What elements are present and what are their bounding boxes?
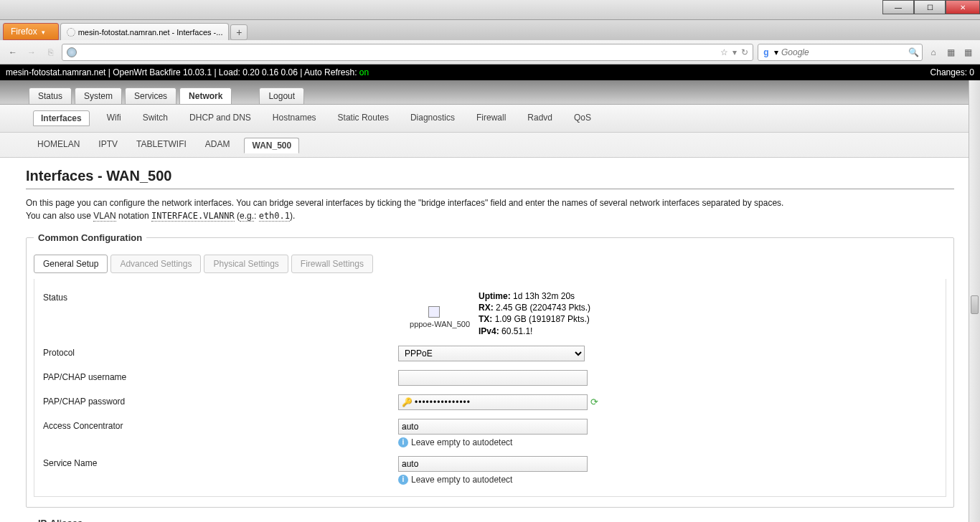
tab-general[interactable]: General Setup bbox=[34, 255, 108, 273]
hostname: mesin-fotostat.namran.net bbox=[6, 67, 105, 77]
new-tab-button[interactable]: + bbox=[230, 24, 248, 40]
site-identity-icon[interactable] bbox=[67, 47, 77, 57]
menu-services[interactable]: Services bbox=[125, 87, 176, 104]
submenu-radvd[interactable]: Radvd bbox=[523, 110, 557, 126]
browser-tab[interactable]: mesin-fotostat.namran.net - Interfaces -… bbox=[60, 23, 230, 40]
pap-pass-input[interactable]: ••••••••••••••• bbox=[415, 397, 471, 407]
submenu-diagnostics[interactable]: Diagnostics bbox=[406, 110, 459, 126]
url-bar[interactable]: ☆ ▾ ↻ bbox=[62, 44, 753, 61]
nav-back-button[interactable]: ← bbox=[6, 45, 20, 60]
info-icon: i bbox=[398, 475, 408, 485]
autorefresh-state[interactable]: on bbox=[359, 67, 369, 77]
tab-advanced[interactable]: Advanced Settings bbox=[110, 255, 201, 273]
pap-user-input[interactable] bbox=[398, 370, 588, 386]
protocol-select[interactable]: PPPoE bbox=[398, 346, 585, 361]
bookmark-star-icon[interactable]: ☆ bbox=[720, 47, 728, 57]
google-icon[interactable]: g bbox=[761, 47, 771, 57]
reload-icon[interactable]: ↻ bbox=[741, 47, 748, 57]
url-dropdown-icon[interactable]: ▾ bbox=[732, 47, 737, 57]
page-title: Interfaces - WAN_500 bbox=[26, 168, 954, 184]
submenu-firewall[interactable]: Firewall bbox=[472, 110, 510, 126]
nav-tabgroups-button[interactable]: ⎘ bbox=[43, 45, 57, 60]
home-button[interactable]: ⌂ bbox=[927, 46, 940, 59]
ac-hint: Leave empty to autodetect bbox=[411, 437, 512, 447]
load-values: 0.20 0.16 0.06 bbox=[242, 67, 298, 77]
pap-pass-label: PAP/CHAP password bbox=[43, 394, 398, 407]
sn-hint: Leave empty to autodetect bbox=[411, 475, 512, 485]
submenu-interfaces[interactable]: Interfaces bbox=[33, 110, 90, 126]
common-config-fieldset: Common Configuration General Setup Advan… bbox=[26, 232, 954, 508]
load-label: Load: bbox=[219, 67, 240, 77]
ethernet-icon bbox=[428, 306, 440, 318]
iface-tabletwifi[interactable]: TABLETWIFI bbox=[132, 137, 191, 153]
submenu-qos[interactable]: QoS bbox=[570, 110, 595, 126]
sn-label: Service Name bbox=[43, 456, 398, 468]
search-bar[interactable]: g▾ 🔍 bbox=[758, 44, 923, 61]
feed-button[interactable]: ▦ bbox=[944, 46, 957, 59]
search-go-icon[interactable]: 🔍 bbox=[908, 47, 919, 57]
common-config-legend: Common Configuration bbox=[34, 232, 146, 243]
iface-homelan[interactable]: HOMELAN bbox=[33, 137, 84, 153]
submenu-wifi[interactable]: Wifi bbox=[103, 110, 126, 126]
url-input[interactable] bbox=[81, 47, 716, 57]
addon-button[interactable]: ▦ bbox=[961, 46, 974, 59]
ac-label: Access Concentrator bbox=[43, 419, 398, 431]
submenu-dhcp[interactable]: DHCP and DNS bbox=[185, 110, 255, 126]
menu-status[interactable]: Status bbox=[29, 87, 72, 104]
iface-iptv[interactable]: IPTV bbox=[94, 137, 122, 153]
window-maximize-button[interactable]: ☐ bbox=[914, 0, 946, 14]
key-icon: 🔑 bbox=[402, 397, 413, 407]
browser-nav-bar: ← → ⎘ ☆ ▾ ↻ g▾ 🔍 ⌂ ▦ ▦ bbox=[0, 40, 980, 65]
browser-tab-strip: Firefox mesin-fotostat.namran.net - Inte… bbox=[0, 20, 980, 40]
page-description: On this page you can configure the netwo… bbox=[26, 196, 954, 222]
unsaved-changes[interactable]: Changes: 0 bbox=[930, 67, 974, 77]
ip-aliases-legend: IP-Aliases bbox=[34, 518, 87, 522]
submenu-hostnames[interactable]: Hostnames bbox=[268, 110, 321, 126]
window-close-button[interactable]: ✕ bbox=[946, 0, 980, 14]
ac-input[interactable] bbox=[398, 419, 588, 435]
config-tabs: General Setup Advanced Settings Physical… bbox=[34, 255, 946, 273]
protocol-label: Protocol bbox=[43, 346, 398, 358]
window-minimize-button[interactable]: — bbox=[882, 0, 914, 14]
loading-icon bbox=[67, 28, 75, 37]
sn-input[interactable] bbox=[398, 456, 588, 472]
firmware-version: OpenWrt Backfire 10.03.1 bbox=[113, 67, 212, 77]
status-label: Status bbox=[43, 290, 398, 303]
autorefresh-label: Auto Refresh: bbox=[304, 67, 357, 77]
menu-logout[interactable]: Logout bbox=[259, 87, 304, 104]
vertical-scrollbar[interactable] bbox=[969, 80, 980, 522]
interface-badge: pppoe-WAN_500 bbox=[398, 290, 470, 328]
tab-firewall[interactable]: Firewall Settings bbox=[291, 255, 373, 273]
page-body: Status System Services Network Logout In… bbox=[0, 80, 980, 522]
window-titlebar: — ☐ ✕ bbox=[0, 0, 980, 20]
info-icon: i bbox=[398, 437, 408, 447]
submenu-switch[interactable]: Switch bbox=[138, 110, 172, 126]
menu-network[interactable]: Network bbox=[179, 87, 232, 104]
abbr-vlan: VLAN bbox=[93, 211, 116, 222]
reveal-password-icon[interactable]: ⟳ bbox=[590, 397, 598, 407]
iface-wan500[interactable]: WAN_500 bbox=[244, 138, 299, 153]
iface-adam[interactable]: ADAM bbox=[201, 137, 235, 153]
luci-header: mesin-fotostat.namran.net | OpenWrt Back… bbox=[0, 65, 980, 80]
menu-system[interactable]: System bbox=[75, 87, 122, 104]
submenu-staticroutes[interactable]: Static Routes bbox=[334, 110, 393, 126]
main-menu: Status System Services Network Logout bbox=[0, 80, 980, 104]
pap-user-label: PAP/CHAP username bbox=[43, 370, 398, 382]
nav-forward-button[interactable]: → bbox=[24, 45, 39, 60]
browser-tab-title: mesin-fotostat.namran.net - Interfaces -… bbox=[78, 28, 223, 37]
submenu: Interfaces Wifi Switch DHCP and DNS Host… bbox=[0, 104, 980, 133]
firefox-menu-button[interactable]: Firefox bbox=[3, 23, 59, 40]
ip-aliases-fieldset: IP-Aliases This section contains no valu… bbox=[26, 518, 954, 522]
interface-stats: Uptime: 1d 13h 32m 20s RX: 2.45 GB (2204… bbox=[479, 290, 590, 337]
interface-tabs: HOMELAN IPTV TABLETWIFI ADAM WAN_500 bbox=[0, 133, 980, 158]
tab-physical[interactable]: Physical Settings bbox=[204, 255, 288, 273]
search-input[interactable] bbox=[781, 47, 905, 57]
scrollbar-thumb[interactable] bbox=[971, 295, 979, 314]
